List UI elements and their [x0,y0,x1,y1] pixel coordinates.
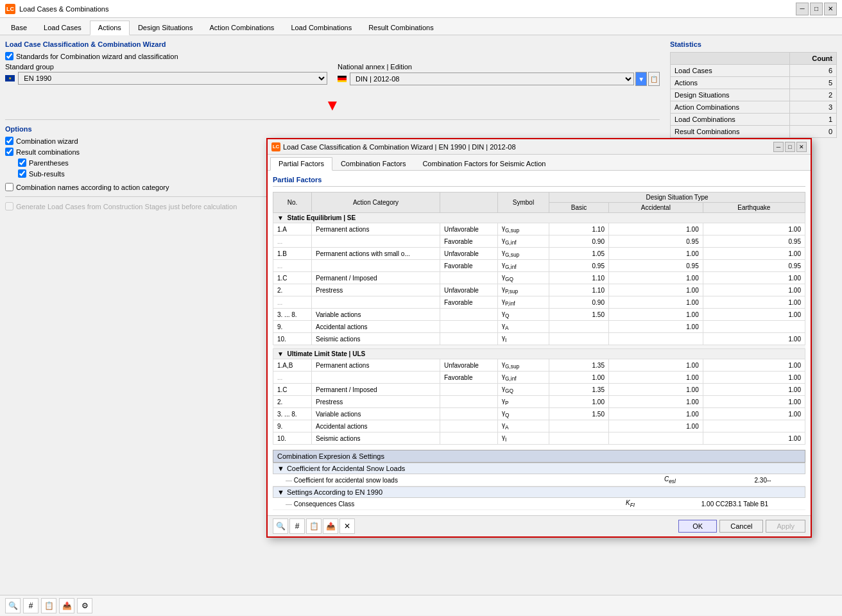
dialog-search-button[interactable]: 🔍 [273,518,288,534]
uls-symbol-1c: γGQ [498,384,549,396]
title-bar: LC Load Cases & Combinations ─ □ ✕ [0,0,842,18]
se-no-1c: 1.C [273,272,312,284]
uls-acc-2: 1.00 [608,396,703,408]
col-basic: Basic [549,203,609,213]
filter-button[interactable]: ▼ [635,72,647,86]
arrow-indicator: ▼ [5,96,660,114]
standards-checkbox[interactable] [5,52,13,60]
uls-no-1ab: 1.A,B [273,359,312,372]
tab-load-combinations[interactable]: Load Combinations [282,21,360,35]
tab-result-combinations[interactable]: Result Combinations [360,21,442,35]
parentheses-checkbox[interactable] [18,158,26,167]
combo-wizard-checkbox[interactable] [5,137,13,145]
dialog-tab-bar: Partial Factors Combination Factors Comb… [268,155,811,171]
dialog-close-button[interactable]: ✕ [796,142,807,152]
uls-row-1ab-favorable: ... Favorable γG,inf 1.00 1.00 1.00 [273,372,805,384]
uls-action-1c: Permanent / Imposed [312,384,440,396]
se-no-9: 9. [273,321,312,333]
se-row-2-favorable: ... Favorable γP,inf 0.90 1.00 1.00 [273,296,805,309]
se-basic-1a-unf: 1.10 [549,223,609,235]
settings-en-label: Settings According to EN 1990 [287,488,382,496]
dialog-export-button[interactable]: 📤 [323,518,338,534]
se-row-9: 9. Accidental actions γA 1.00 [273,321,805,333]
stats-col-item [671,53,790,65]
tab-base[interactable]: Base [3,21,35,35]
coefficient-snow-collapse[interactable]: ▼ [277,465,284,472]
se-no-1b-fav: ... [273,260,312,272]
settings-button[interactable]: 📋 [648,72,660,86]
stats-count-result-combinations: 0 [790,126,837,138]
close-button[interactable]: ✕ [824,3,837,15]
tab-action-combinations[interactable]: Action Combinations [201,21,282,35]
maximize-button[interactable]: □ [810,3,823,15]
se-action-2: Prestress [312,284,440,296]
se-basic-1c: 1.10 [549,272,609,284]
dialog-tab-combination-factors[interactable]: Combination Factors [332,157,415,170]
se-row-2-unfavorable: 2. Prestress Unfavorable γP,sup 1.10 1.0… [273,284,805,296]
consequences-class-symbol: KFI [626,499,677,508]
apply-button[interactable]: Apply [766,520,805,533]
tab-load-cases[interactable]: Load Cases [35,21,90,35]
se-symbol-9: γA [498,321,549,333]
stats-row-load-combinations: Load Combinations 1 [671,114,837,126]
statistics-table: Count Load Cases 6 Actions 5 Design Situ… [670,52,837,138]
se-action-1b-fav [312,260,440,272]
dialog-tab-partial-factors[interactable]: Partial Factors [270,157,332,171]
se-eq-1a-fav: 0.95 [703,235,805,248]
number-tool-button[interactable]: # [23,598,39,613]
se-eq-9 [703,321,805,333]
se-acc-2-unf: 1.00 [608,284,703,296]
se-action-3-8: Variable actions [312,309,440,321]
sub-results-checkbox[interactable] [18,169,26,178]
uls-basic-1ab-unf: 1.35 [549,359,609,372]
settings-en-collapse[interactable]: ▼ [277,488,284,496]
uls-type-1c [440,384,498,396]
se-symbol-1c: γGQ [498,272,549,284]
export-tool-button[interactable]: 📤 [59,598,74,613]
table-header-row-1: No. Action Category Symbol Design Situat… [273,193,805,203]
col-accidental: Accidental [608,203,703,213]
uls-collapse-button[interactable]: ▼ [277,350,284,357]
se-basic-3-8: 1.50 [549,309,609,321]
uls-row-10: 10. Seismic actions γI 1.00 [273,432,805,445]
dialog-minimize-button[interactable]: ─ [773,142,784,152]
dialog-icon: LC [271,142,280,151]
se-acc-2-fav: 1.00 [608,296,703,309]
se-symbol-1a-fav: γG,inf [498,235,549,248]
se-collapse-button[interactable]: ▼ [277,214,284,221]
national-annex-select[interactable]: DIN | 2012-08 [350,73,634,85]
cancel-button[interactable]: Cancel [719,520,763,533]
se-eq-3-8: 1.00 [703,309,805,321]
uls-type-9 [440,420,498,432]
tab-design-situations[interactable]: Design Situations [130,21,202,35]
uls-group-label: ▼ Ultimate Limit State | ULS [273,349,805,359]
dialog-close-tool-button[interactable]: ✕ [339,518,355,534]
standard-group-label: Standard group [5,63,327,71]
se-symbol-2-fav: γP,inf [498,296,549,309]
se-action-1b: Permanent actions with small o... [312,248,440,260]
consequences-class-unit: B3.1 Table B1 [728,501,793,508]
uls-action-3-8: Variable actions [312,408,440,420]
col-symbol: Symbol [498,193,549,213]
tab-actions[interactable]: Actions [90,21,130,35]
minimize-button[interactable]: ─ [796,3,809,15]
result-combos-checkbox[interactable] [5,148,13,156]
ok-button[interactable]: OK [678,520,717,533]
col-type [440,193,498,213]
combo-names-checkbox[interactable] [5,183,13,191]
dialog-tab-seismic[interactable]: Combination Factors for Seismic Action [414,157,554,170]
search-tool-button[interactable]: 🔍 [5,598,21,613]
se-action-2-fav [312,296,440,309]
standard-group-select[interactable]: EN 1990 [18,72,327,85]
se-no-1a: 1.A [273,223,312,235]
settings-tool-button[interactable]: ⚙ [77,598,92,613]
se-eq-1c: 1.00 [703,272,805,284]
dialog-maximize-button[interactable]: □ [785,142,795,152]
dialog-number-button[interactable]: # [289,518,305,534]
dialog-copy-button[interactable]: 📋 [306,518,322,534]
copy-tool-button[interactable]: 📋 [41,598,56,613]
se-basic-1a-fav: 0.90 [549,235,609,248]
dialog-bottom-bar: 🔍 # 📋 📤 ✕ OK Cancel Apply [268,515,811,536]
se-type-9 [440,321,498,333]
generate-load-cases-checkbox[interactable] [5,202,13,210]
